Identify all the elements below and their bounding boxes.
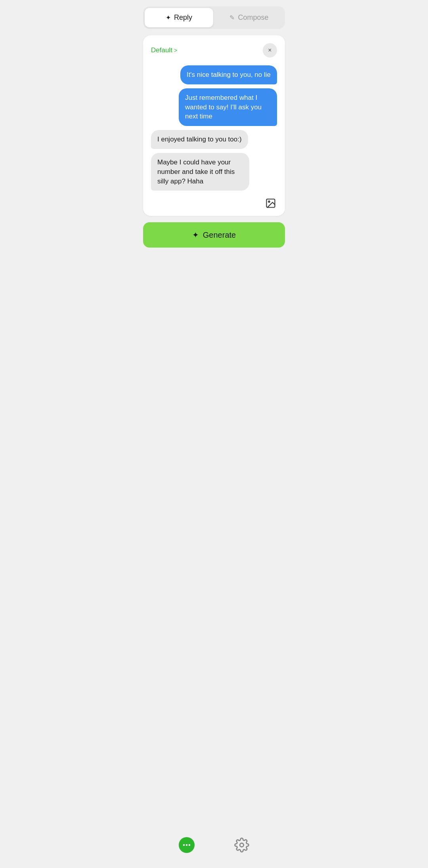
generate-button[interactable]: ✦ Generate [143, 222, 285, 248]
bottom-nav [143, 826, 285, 868]
close-icon: × [268, 47, 271, 54]
close-button[interactable]: × [263, 43, 277, 57]
chat-footer [151, 197, 277, 210]
message-row: It's nice talking to you, no lie [151, 65, 277, 84]
messages-container: It's nice talking to you, no lie Just re… [151, 65, 277, 191]
settings-nav-item[interactable] [231, 834, 252, 856]
svg-point-5 [189, 844, 190, 846]
sent-bubble-2: Just remembered what I wanted to say! I'… [179, 88, 277, 126]
tab-bar: ✦ Reply ✎ Compose [143, 6, 285, 29]
received-bubble-2: Maybe I could have your number and take … [151, 153, 249, 191]
mode-label: Default [151, 46, 172, 54]
generate-sparkle-icon: ✦ [192, 230, 199, 240]
compose-tab[interactable]: ✎ Compose [215, 8, 283, 27]
compose-tab-label: Compose [238, 13, 268, 22]
received-bubble-1: I enjoyed talking to you too:) [151, 130, 248, 149]
reply-tab-label: Reply [174, 13, 192, 22]
image-icon [265, 198, 276, 209]
chat-card: Default > × It's nice talking to you, no… [143, 35, 285, 216]
chat-nav-item[interactable] [176, 834, 198, 856]
svg-point-6 [240, 843, 244, 847]
spacer [143, 254, 285, 826]
chat-nav-icon [179, 837, 195, 853]
reply-tab[interactable]: ✦ Reply [145, 8, 213, 27]
generate-label: Generate [203, 231, 236, 240]
chevron-right-icon: > [174, 47, 177, 53]
svg-point-1 [268, 201, 270, 203]
message-row: Maybe I could have your number and take … [151, 153, 277, 191]
svg-point-4 [186, 844, 187, 846]
sparkle-icon: ✦ [166, 14, 171, 21]
message-row: I enjoyed talking to you too:) [151, 130, 277, 149]
settings-nav-icon [234, 837, 249, 853]
app-container: ✦ Reply ✎ Compose Default > × It's nice … [137, 0, 291, 868]
compose-icon: ✎ [229, 14, 235, 21]
svg-point-3 [183, 844, 185, 846]
mode-selector[interactable]: Default > [151, 46, 177, 54]
message-row: Just remembered what I wanted to say! I'… [151, 88, 277, 126]
chat-header: Default > × [151, 43, 277, 57]
sent-bubble-1: It's nice talking to you, no lie [180, 65, 277, 84]
image-attach-button[interactable] [264, 197, 277, 210]
